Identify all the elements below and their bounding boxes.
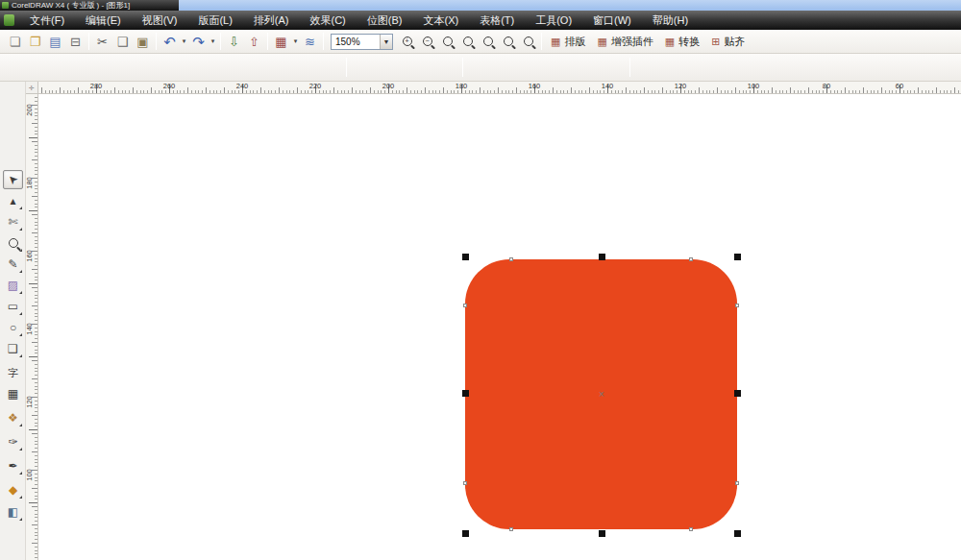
import-button[interactable]: ⇩ — [224, 32, 244, 51]
selection-handle-top-center[interactable] — [599, 254, 605, 260]
freehand-tool-icon: ✎ — [8, 257, 17, 271]
layout-button[interactable]: ▦ 排版 — [545, 32, 591, 51]
zoom-all-objects-button[interactable] — [457, 32, 478, 51]
curve-node[interactable] — [509, 527, 513, 531]
shape-tool[interactable]: ▴ — [3, 191, 23, 210]
zoom-page-height-button[interactable] — [518, 32, 538, 51]
redo-dropdown-arrow[interactable]: ▾ — [209, 37, 217, 45]
text-tool-icon: 字 — [8, 366, 18, 380]
launcher-dropdown-arrow[interactable]: ▾ — [291, 37, 300, 45]
smart-fill-tool[interactable]: ▨ — [3, 276, 23, 295]
outline-pen-tool[interactable]: ✒ — [3, 456, 23, 475]
smart-fill-tool-icon: ▨ — [8, 279, 18, 292]
menu-help[interactable]: 帮助(H) — [642, 12, 699, 30]
zoom-in-button[interactable]: + — [397, 32, 417, 51]
selection-handle-bottom-left[interactable] — [462, 530, 469, 537]
selection-handle-bottom-right[interactable] — [734, 530, 741, 537]
layout-icon: ▦ — [551, 37, 560, 47]
options-button[interactable]: ≋ — [300, 32, 320, 51]
snap-button[interactable]: ⊞ 贴齐 — [705, 32, 751, 51]
pick-tool[interactable]: ➤ — [3, 170, 23, 189]
blend-tool-icon: ❖ — [8, 411, 18, 425]
cut-button[interactable]: ✂ — [92, 32, 112, 51]
toolbar-separator — [156, 33, 157, 50]
menu-edit[interactable]: 编辑(E) — [75, 12, 132, 30]
menu-view[interactable]: 视图(V) — [132, 12, 188, 30]
redo-button[interactable]: ↷ — [188, 32, 209, 51]
drawing-canvas[interactable]: × — [38, 94, 961, 560]
zoom-level-combobox[interactable]: 150% ▼ — [331, 34, 393, 50]
zoom-page-width-button[interactable] — [498, 32, 518, 51]
toolbar-separator — [541, 33, 542, 50]
interactive-fill-tool[interactable]: ◧ — [3, 502, 23, 522]
application-launcher-button[interactable]: ▦ — [271, 32, 291, 51]
menu-effects[interactable]: 效果(C) — [300, 12, 357, 30]
menu-text[interactable]: 文本(X) — [412, 12, 469, 30]
selection-handle-middle-left[interactable] — [462, 390, 469, 397]
ruler-origin-button[interactable]: ✛ — [26, 82, 38, 94]
interactive-fill-tool-icon: ◧ — [8, 505, 18, 519]
eyedropper-tool-icon: ✑ — [8, 435, 17, 449]
zoom-tool[interactable] — [3, 233, 23, 253]
h-ruler-number: 280 — [90, 82, 103, 90]
curve-node[interactable] — [463, 481, 467, 485]
zoom-selected-button[interactable] — [437, 32, 457, 51]
v-ruler-number: 160 — [25, 250, 34, 262]
zoom-out-button[interactable]: − — [417, 32, 437, 51]
menu-table[interactable]: 表格(T) — [469, 12, 525, 30]
curve-node[interactable] — [463, 304, 467, 307]
v-ruler-number: 100 — [25, 469, 34, 481]
save-button[interactable]: ▤ — [45, 32, 65, 51]
basic-shapes-tool[interactable]: ❑ — [3, 339, 23, 358]
menu-arrange[interactable]: 排列(A) — [243, 12, 300, 30]
app-launcher-icon: ▦ — [275, 36, 286, 48]
undo-button[interactable]: ↶ — [160, 32, 180, 51]
export-button[interactable]: ⇧ — [244, 32, 264, 51]
zoom-combo-arrow[interactable]: ▼ — [380, 35, 392, 49]
h-ruler-number: 240 — [236, 82, 249, 90]
copy-button[interactable]: ❑ — [112, 32, 133, 51]
menu-tools[interactable]: 工具(O) — [525, 12, 582, 30]
title-bar: CorelDRAW X4 ( 专业版 ) - [图形1] — [0, 0, 961, 11]
curve-node[interactable] — [689, 257, 693, 261]
paste-button[interactable]: ▣ — [133, 32, 153, 51]
h-ruler-number: 160 — [529, 82, 541, 90]
print-button[interactable]: ⊟ — [65, 32, 86, 51]
freehand-tool[interactable]: ✎ — [3, 255, 23, 274]
curve-node[interactable] — [689, 527, 693, 531]
pick-tool-icon: ➤ — [5, 171, 21, 187]
horizontal-ruler[interactable]: 280 260 240 220 200 180 160 140 120 100 … — [38, 82, 961, 94]
menu-file[interactable]: 文件(F) — [19, 12, 75, 30]
blend-tool[interactable]: ❖ — [3, 408, 23, 427]
menu-layout[interactable]: 版面(L) — [187, 12, 242, 30]
convert-button[interactable]: ▦ 转换 — [659, 32, 705, 51]
rectangle-tool-icon: ▭ — [8, 300, 18, 313]
zoom-page-button[interactable] — [478, 32, 498, 51]
text-tool[interactable]: 字 — [3, 363, 23, 382]
selection-handle-top-right[interactable] — [734, 254, 741, 260]
selection-handle-top-left[interactable] — [462, 254, 469, 260]
object-center-marker[interactable]: × — [599, 389, 604, 400]
selection-handle-middle-right[interactable] — [734, 390, 741, 397]
eyedropper-tool[interactable]: ✑ — [3, 432, 23, 451]
menu-bitmaps[interactable]: 位图(B) — [357, 12, 413, 30]
options-icon: ≋ — [305, 36, 315, 48]
open-button[interactable]: ❐ — [25, 32, 45, 51]
fill-tool[interactable]: ◆ — [3, 480, 23, 499]
ellipse-tool[interactable]: ○ — [3, 318, 23, 337]
coreldraw-logo-icon[interactable] — [4, 14, 14, 26]
selection-handle-bottom-center[interactable] — [599, 530, 605, 537]
curve-node[interactable] — [735, 304, 739, 307]
curve-node[interactable] — [509, 257, 513, 261]
save-icon: ▤ — [49, 36, 61, 48]
table-tool-icon: ▦ — [8, 387, 18, 401]
menu-window[interactable]: 窗口(W) — [582, 12, 642, 30]
crop-tool[interactable]: ✄ — [3, 212, 23, 231]
new-document-button[interactable]: ❏ — [5, 32, 25, 51]
enhanced-plugins-button[interactable]: ▦ 增强插件 — [591, 32, 658, 51]
undo-dropdown-arrow[interactable]: ▾ — [180, 37, 188, 45]
curve-node[interactable] — [735, 481, 739, 485]
rectangle-tool[interactable]: ▭ — [3, 297, 23, 316]
vertical-ruler[interactable]: 200 180 160 140 120 100 — [26, 94, 38, 560]
table-tool[interactable]: ▦ — [3, 384, 23, 403]
